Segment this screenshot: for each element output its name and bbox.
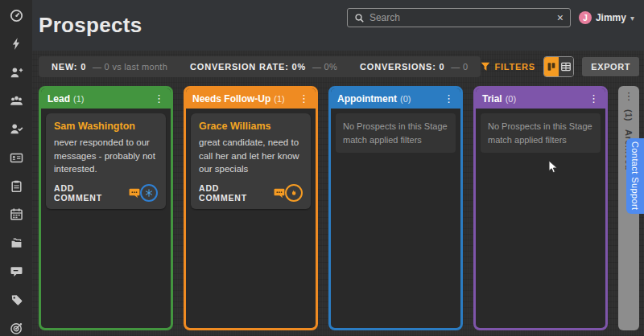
prospect-name: Sam Washington (54, 121, 158, 132)
search-box[interactable]: × (347, 8, 571, 27)
funnel-icon (481, 62, 490, 72)
top-header: Prospects × J Jimmy ▾ (32, 0, 644, 51)
search-input[interactable] (369, 12, 552, 23)
clipboard-icon[interactable] (8, 178, 24, 194)
stat-conversions-value: 0 (440, 62, 445, 72)
kanban-view-button[interactable] (544, 57, 559, 76)
left-sidebar (0, 0, 32, 336)
stat-conversion-rate: CONVERSION RATE: 0% — 0% (190, 62, 337, 72)
user-name: Jimmy (596, 12, 626, 23)
stat-conv-rate-value: 0% (292, 62, 307, 72)
stat-conv-rate-label: CONVERSION RATE: (190, 62, 289, 72)
target-icon[interactable] (8, 321, 24, 336)
dashboard-gauge-icon[interactable] (8, 8, 24, 23)
stat-conv-rate-sub: — 0% (312, 62, 337, 72)
view-toggle (543, 56, 574, 77)
prospect-card[interactable]: Sam Washington never responded to our me… (46, 113, 166, 209)
search-icon (354, 13, 365, 23)
id-card-icon[interactable] (8, 150, 24, 166)
stage-menu-icon[interactable]: ⋮ (588, 93, 599, 104)
add-person-icon[interactable] (8, 65, 24, 80)
comment-bubble-icon (129, 188, 140, 199)
add-comment-label: ADD COMMENT (54, 183, 125, 203)
prospect-note: never responded to our messages - probab… (54, 136, 158, 176)
comment-bubble-icon (274, 188, 285, 199)
stage-title: Trial (482, 93, 502, 104)
lightning-icon[interactable] (8, 36, 24, 51)
chat-icon[interactable] (8, 264, 24, 279)
stage-header: Needs Follow-Up (1) ⋮ (186, 88, 316, 109)
export-button[interactable]: EXPORT (582, 57, 639, 76)
stage-menu-icon[interactable]: ⋮ (444, 93, 454, 104)
people-group-icon[interactable] (8, 93, 24, 109)
stage-count: (1) (274, 94, 284, 104)
tag-icon[interactable] (8, 292, 24, 307)
stat-new: NEW: 0 — 0 vs last month (52, 62, 167, 72)
stage-body: Grace Williams great candidate, need to … (186, 109, 316, 328)
stage-header: Trial (0) ⋮ (476, 88, 605, 109)
prospect-name: Grace Williams (199, 121, 303, 132)
avatar: J (579, 11, 592, 24)
stage-header: Appointment (0) ⋮ (331, 88, 460, 109)
main-content: NEW: 0 — 0 vs last month CONVERSION RATE… (32, 51, 644, 336)
stat-new-sub: — 0 vs last month (93, 62, 167, 72)
stage-menu-icon[interactable]: ⋮ (624, 91, 634, 101)
stage-column-appointment: Appointment (0) ⋮ No Prospects in this S… (328, 86, 463, 330)
stage-count: (1) (73, 94, 84, 104)
calendar-icon[interactable] (8, 207, 24, 222)
user-menu[interactable]: J Jimmy ▾ (579, 11, 634, 24)
stage-body: No Prospects in this Stage match applied… (331, 109, 460, 328)
empty-stage-message: No Prospects in this Stage match applied… (336, 113, 456, 153)
stage-body: No Prospects in this Stage match applied… (476, 109, 605, 328)
person-check-icon[interactable] (8, 121, 24, 137)
chevron-down-icon: ▾ (630, 14, 634, 23)
card-footer: ADD COMMENT (54, 183, 158, 203)
stat-conversions-label: CONVERSIONS: (360, 62, 436, 72)
board-toolbar: FILTERS EXPORT ADD STAGE + (481, 52, 644, 81)
stage-title: Lead (47, 93, 70, 104)
empty-stage-message: No Prospects in this Stage match applied… (481, 113, 601, 153)
stage-column-trial: Trial (0) ⋮ No Prospects in this Stage m… (473, 86, 608, 330)
stage-count: (0) (506, 94, 516, 104)
stat-new-value: 0 (80, 62, 86, 72)
page-title: Prospects (39, 13, 142, 38)
stage-title: Needs Follow-Up (192, 93, 270, 104)
stat-conversions-sub: — 0 (451, 62, 468, 72)
stage-count: (0) (400, 94, 411, 104)
cold-snowflake-icon[interactable] (140, 184, 158, 202)
card-footer: ADD COMMENT (199, 183, 303, 203)
stats-toolbar-row: NEW: 0 — 0 vs last month CONVERSION RATE… (32, 51, 644, 83)
add-comment-label: ADD COMMENT (199, 183, 270, 203)
contact-support-tab[interactable]: Contact Support (626, 138, 644, 214)
filters-label: FILTERS (494, 62, 535, 72)
add-comment-button[interactable]: ADD COMMENT (54, 183, 140, 203)
folders-icon[interactable] (8, 236, 24, 251)
stage-title: Appointment (337, 93, 397, 104)
stage-menu-icon[interactable]: ⋮ (299, 93, 309, 104)
contact-support-label: Contact Support (630, 141, 640, 211)
stats-bar: NEW: 0 — 0 vs last month CONVERSION RATE… (39, 56, 481, 77)
prospect-card[interactable]: Grace Williams great candidate, need to … (191, 113, 311, 209)
kanban-board: Lead (1) ⋮ Sam Washington never responde… (32, 83, 644, 330)
table-view-button[interactable] (559, 57, 573, 76)
stage-column-needs-follow-up: Needs Follow-Up (1) ⋮ Grace Williams gre… (184, 86, 318, 330)
warm-flame-icon[interactable] (285, 184, 303, 202)
add-comment-button[interactable]: ADD COMMENT (199, 183, 285, 203)
stage-column-lead: Lead (1) ⋮ Sam Washington never responde… (39, 86, 173, 330)
stage-menu-icon[interactable]: ⋮ (154, 93, 164, 104)
archived-count: (1) (624, 109, 634, 121)
stat-new-label: NEW: (52, 62, 77, 72)
search-clear-icon[interactable]: × (557, 12, 564, 23)
filters-button[interactable]: FILTERS (481, 62, 535, 72)
stage-header: Lead (1) ⋮ (41, 88, 171, 109)
stage-body: Sam Washington never responded to our me… (41, 109, 171, 328)
prospect-note: great candidate, need to call her and le… (199, 136, 303, 176)
stat-conversions: CONVERSIONS: 0 — 0 (360, 62, 468, 72)
